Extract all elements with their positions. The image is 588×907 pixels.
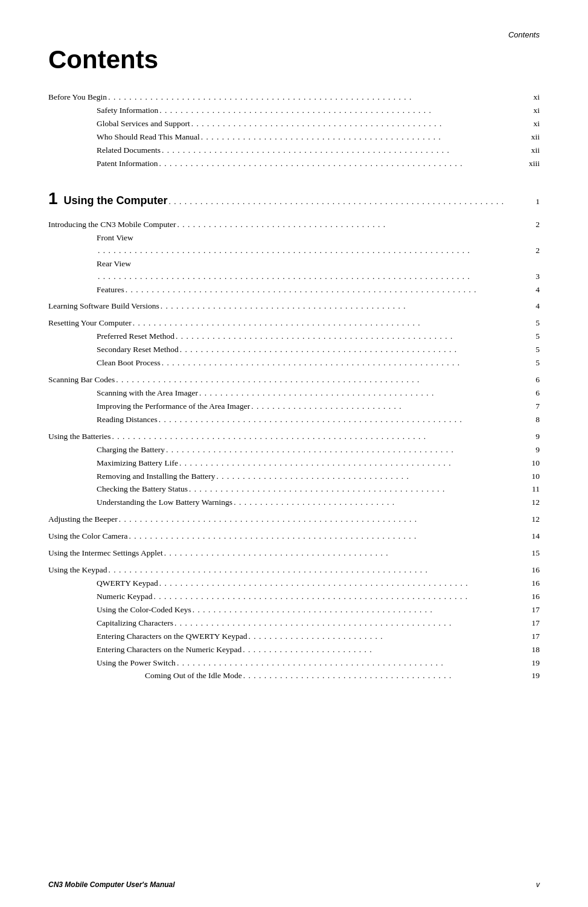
toc-label: Features xyxy=(97,284,124,296)
toc-entry-global: Global Services and Support . . . . . . … xyxy=(48,118,540,130)
toc-dots: . . . . . . . . . . . . . . . . . . . . … xyxy=(159,158,520,170)
toc-entry-power-switch: Using the Power Switch . . . . . . . . .… xyxy=(48,657,540,670)
toc-label: Safety Information xyxy=(97,104,158,117)
toc-entry-clean-boot: Clean Boot Process . . . . . . . . . . .… xyxy=(48,357,540,370)
toc-dots: . . . . . . . . . . . . . . . . . . . . … xyxy=(248,630,520,643)
toc-page: 5 xyxy=(522,344,540,356)
toc-frontview-block: Front View . . . . . . . . . . . . . . .… xyxy=(48,232,540,257)
toc-dots: . . . . . . . . . . . . . . . . . . . . … xyxy=(177,657,520,670)
toc-dots: . . . . . . . . . . . . . . . . . . . . … xyxy=(161,300,520,313)
toc-entry-before-you-begin: Before You Begin . . . . . . . . . . . .… xyxy=(48,91,540,104)
toc-page: 16 xyxy=(522,591,540,603)
footer-right: v xyxy=(536,880,540,889)
page-title: Contents xyxy=(48,45,540,74)
toc-label: Clean Boot Process xyxy=(97,357,161,370)
toc-page: xi xyxy=(522,118,540,130)
toc-label: Charging the Battery xyxy=(97,444,165,457)
toc-label: Entering Characters on the Numeric Keypa… xyxy=(97,644,241,656)
toc-label: Capitalizing Characters xyxy=(97,617,173,630)
toc-dots: . . . . . . . . . . . . . . . . . . . . … xyxy=(112,431,520,443)
toc-page: 9 xyxy=(522,431,540,443)
toc-entry-secondary-reset: Secondary Reset Method . . . . . . . . .… xyxy=(48,344,540,356)
toc-entry-entering-qwerty: Entering Characters on the QWERTY Keypad… xyxy=(48,630,540,643)
page-footer: CN3 Mobile Computer User's Manual v xyxy=(48,880,540,889)
toc-entry-color-coded-keys: Using the Color-Coded Keys . . . . . . .… xyxy=(48,604,540,617)
toc-dots: . . . . . . . . . . . . . . . . . . . . … xyxy=(201,131,520,144)
toc-entry-beeper: Adjusting the Beeper . . . . . . . . . .… xyxy=(48,513,540,526)
toc-label: Preferred Reset Method xyxy=(97,330,174,343)
toc-label: Numeric Keypad xyxy=(97,591,153,603)
toc-dots: . . . . . . . . . . . . . . . . . . . . … xyxy=(162,357,520,370)
toc-entry-checking-battery: Checking the Battery Status . . . . . . … xyxy=(48,483,540,496)
toc-entry-entering-numeric: Entering Characters on the Numeric Keypa… xyxy=(48,644,540,656)
toc-page: 5 xyxy=(522,330,540,343)
chapter-number: 1 xyxy=(48,185,58,211)
toc-dots: . . . . . . . . . . . . . . . . . . . . … xyxy=(189,483,520,496)
toc-dots: . . . . . . . . . . . . . . . . . . . . … xyxy=(162,144,520,157)
toc-page: 6 xyxy=(522,387,540,400)
toc-entry-intro-cn3: Introducing the CN3 Mobile Computer . . … xyxy=(48,219,540,231)
toc-label: Scanning with the Area Imager xyxy=(97,387,198,400)
toc-page: xii xyxy=(522,131,540,144)
toc-label: Introducing the CN3 Mobile Computer xyxy=(48,219,176,231)
toc-dots: . . . . . . . . . . . . . . . . . . . . … xyxy=(116,374,520,386)
toc-page: 4 xyxy=(522,300,540,313)
toc-label: Patent Information xyxy=(97,158,158,170)
toc-entry-reading-dist: Reading Distances . . . . . . . . . . . … xyxy=(48,414,540,426)
toc-entry-scan-area-imager: Scanning with the Area Imager . . . . . … xyxy=(48,387,540,400)
toc-label: Using the Intermec Settings Applet xyxy=(48,547,163,560)
toc-page: 2 xyxy=(522,219,540,231)
toc-page: 11 xyxy=(522,483,540,496)
toc-label: Using the Color-Coded Keys xyxy=(97,604,191,617)
page: Contents Contents Before You Begin . . .… xyxy=(0,0,588,907)
toc-dots: . . . . . . . . . . . . . . . . . . . . … xyxy=(177,219,520,231)
toc-entry-improving-perf: Improving the Performance of the Area Im… xyxy=(48,400,540,413)
toc-label: Scanning Bar Codes xyxy=(48,374,115,386)
toc-dots: . . . . . . . . . . . . . . . . . . . . … xyxy=(180,344,520,356)
toc-entry-qwerty: QWERTY Keypad . . . . . . . . . . . . . … xyxy=(48,577,540,590)
chapter-dots: . . . . . . . . . . . . . . . . . . . . … xyxy=(169,196,520,208)
toc-page: 4 xyxy=(522,284,540,296)
toc-dots: . . . . . . . . . . . . . . . . . . . . … xyxy=(166,444,520,457)
toc-page: 19 xyxy=(522,657,540,670)
toc-dots: . . . . . . . . . . . . . . . . . . . . … xyxy=(129,530,520,543)
toc-entry-rearview-dots: . . . . . . . . . . . . . . . . . . . . … xyxy=(97,271,540,283)
toc-dots: . . . . . . . . . . . . . . . . . . . . … xyxy=(243,670,520,682)
toc-dots: . . . . . . . . . . . . . . . . . . . . … xyxy=(98,245,520,257)
header-title: Contents xyxy=(48,30,540,39)
toc-entry-features: Features . . . . . . . . . . . . . . . .… xyxy=(48,284,540,296)
toc-entry-numeric-keypad: Numeric Keypad . . . . . . . . . . . . .… xyxy=(48,591,540,603)
toc-dots: . . . . . . . . . . . . . . . . . . . . … xyxy=(159,414,520,426)
toc-entry-color-camera: Using the Color Camera . . . . . . . . .… xyxy=(48,530,540,543)
toc-dots: . . . . . . . . . . . . . . . . . . . . … xyxy=(98,271,520,283)
toc-dots: . . . . . . . . . . . . . . . . . . . . … xyxy=(164,547,520,560)
toc-dots: . . . . . . . . . . . . . . . . . . . . … xyxy=(174,617,520,630)
toc-page: 3 xyxy=(522,271,540,283)
toc-page: xii xyxy=(522,144,540,157)
toc-label: Front View xyxy=(97,232,133,245)
toc-label: Using the Color Camera xyxy=(48,530,128,543)
toc-label: Checking the Battery Status xyxy=(97,483,188,496)
toc-page: 17 xyxy=(522,617,540,630)
toc-entry-safety: Safety Information . . . . . . . . . . .… xyxy=(48,104,540,117)
toc-page: 15 xyxy=(522,547,540,560)
toc-page: 17 xyxy=(522,604,540,617)
toc-label: Entering Characters on the QWERTY Keypad xyxy=(97,630,247,643)
toc-label: QWERTY Keypad xyxy=(97,577,158,590)
toc-page: 5 xyxy=(522,357,540,370)
toc-entry-scanning: Scanning Bar Codes . . . . . . . . . . .… xyxy=(48,374,540,386)
toc-label: Learning Software Build Versions xyxy=(48,300,159,313)
toc-page: 12 xyxy=(522,513,540,526)
toc-label: Resetting Your Computer xyxy=(48,317,132,330)
toc-label: Global Services and Support xyxy=(97,118,190,130)
toc-entry-removing-battery: Removing and Installing the Battery . . … xyxy=(48,470,540,483)
toc-page: 7 xyxy=(522,400,540,413)
toc-container: Before You Begin . . . . . . . . . . . .… xyxy=(48,91,540,682)
toc-dots: . . . . . . . . . . . . . . . . . . . . … xyxy=(108,91,520,104)
toc-label: Adjusting the Beeper xyxy=(48,513,118,526)
toc-page: 8 xyxy=(522,414,540,426)
toc-label: Using the Batteries xyxy=(48,431,110,443)
toc-entry-frontview-dots: . . . . . . . . . . . . . . . . . . . . … xyxy=(97,245,540,257)
toc-entry-intermec-settings: Using the Intermec Settings Applet . . .… xyxy=(48,547,540,560)
toc-label: Secondary Reset Method xyxy=(97,344,179,356)
